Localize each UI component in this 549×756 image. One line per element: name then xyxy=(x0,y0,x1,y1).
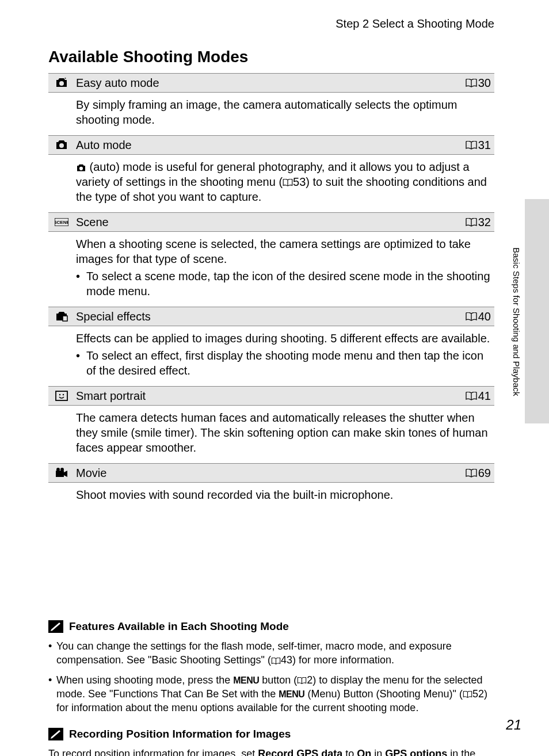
pencil-note-icon xyxy=(48,620,66,633)
content-area: Step 2 Select a Shooting Mode Available … xyxy=(0,0,549,756)
text-frag: ) for more information. xyxy=(292,654,394,666)
page-ref: 40 xyxy=(466,310,494,323)
mode-row-easy-auto: Easy auto mode 30 xyxy=(48,73,494,93)
mode-row-movie: Movie 69 xyxy=(48,463,494,483)
page-title: Available Shooting Modes xyxy=(48,48,494,66)
menu-glyph: MENU xyxy=(279,689,304,699)
page-ref-number: 30 xyxy=(478,77,491,90)
note-head-gps: Recording Position Information for Image… xyxy=(48,727,494,741)
note-body-gps: To record position information for image… xyxy=(48,747,494,756)
movie-icon xyxy=(48,468,75,478)
desc-bullet: • To select an effect, first display the… xyxy=(76,348,491,378)
side-section-label: Basic Steps for Shooting and Playback xyxy=(512,247,521,396)
desc-ref: 53 xyxy=(293,175,306,188)
text-frag: in xyxy=(371,748,385,756)
desc-text: When a shooting scene is selected, the c… xyxy=(76,238,471,265)
book-icon xyxy=(466,218,477,227)
mode-desc-special-effects: Effects can be applied to images during … xyxy=(48,326,494,386)
text-frag: 2 xyxy=(307,674,312,686)
notes-section: Features Available in Each Shooting Mode… xyxy=(48,620,494,756)
easy-auto-icon xyxy=(48,78,75,88)
mode-row-special-effects: Special effects 40 xyxy=(48,307,494,326)
svg-text:SCENE: SCENE xyxy=(55,220,68,225)
camera-inline-icon xyxy=(76,164,86,172)
book-icon xyxy=(466,141,477,150)
svg-rect-9 xyxy=(56,471,64,477)
book-icon xyxy=(466,312,477,321)
desc-text: Effects can be applied to images during … xyxy=(76,332,490,345)
special-effects-icon xyxy=(48,311,75,322)
note-head-features: Features Available in Each Shooting Mode xyxy=(48,620,494,633)
note-bullet-item: • You can change the settings for the fl… xyxy=(48,639,494,667)
book-icon xyxy=(466,469,477,478)
bullet-dot: • xyxy=(48,639,56,667)
bullet-text: When using shooting mode, press the MENU… xyxy=(56,673,494,715)
page-ref-number: 41 xyxy=(478,390,491,403)
book-icon xyxy=(466,79,477,87)
mode-desc-movie: Shoot movies with sound recorded via the… xyxy=(48,483,494,510)
bullet-dot: • xyxy=(76,269,86,299)
text-frag: 52 xyxy=(472,688,484,700)
text-frag: to xyxy=(342,748,357,756)
book-inline-icon xyxy=(297,677,307,684)
smart-portrait-icon xyxy=(48,391,75,401)
mode-label: Scene xyxy=(75,216,466,229)
mode-row-scene: SCENE Scene 32 xyxy=(48,212,494,232)
book-inline-icon xyxy=(463,691,472,698)
side-tab xyxy=(525,199,549,423)
breadcrumb: Step 2 Select a Shooting Mode xyxy=(48,17,494,30)
text-frag-bold: On xyxy=(357,748,371,756)
page-ref-number: 69 xyxy=(478,467,491,480)
mode-label: Smart portrait xyxy=(75,390,466,403)
mode-row-auto: Auto mode 31 xyxy=(48,135,494,155)
page-ref-number: 32 xyxy=(478,216,491,229)
text-frag: 43 xyxy=(281,654,292,666)
svg-point-7 xyxy=(59,394,60,395)
svg-rect-6 xyxy=(56,391,67,400)
text-frag-bold: GPS options xyxy=(385,748,447,756)
text-frag: button ( xyxy=(259,674,297,686)
mode-label: Auto mode xyxy=(75,139,466,152)
mode-desc-easy-auto: By simply framing an image, the camera a… xyxy=(48,93,494,135)
note-bullets: • You can change the settings for the fl… xyxy=(48,639,494,715)
page-ref-number: 40 xyxy=(478,310,491,323)
page-ref: 69 xyxy=(466,467,494,480)
svg-point-11 xyxy=(60,468,64,471)
note-bullet-item: • When using shooting mode, press the ME… xyxy=(48,673,494,715)
mode-label: Special effects xyxy=(75,310,466,323)
bullet-text: To select an effect, first display the s… xyxy=(86,348,491,378)
bullet-dot: • xyxy=(48,673,56,715)
book-inline-icon xyxy=(283,179,293,186)
svg-rect-5 xyxy=(63,316,67,321)
scene-icon: SCENE xyxy=(48,218,75,226)
svg-point-8 xyxy=(63,394,64,395)
svg-point-10 xyxy=(56,468,60,471)
mode-label: Movie xyxy=(75,467,466,480)
page: Basic Steps for Shooting and Playback 21… xyxy=(0,0,549,756)
text-frag: When using shooting mode, press the xyxy=(56,674,233,686)
svg-point-1 xyxy=(59,143,64,148)
mode-desc-scene: When a shooting scene is selected, the c… xyxy=(48,232,494,307)
text-frag: To record position information for image… xyxy=(48,748,258,756)
bullet-dot: • xyxy=(76,348,86,378)
page-ref: 30 xyxy=(466,77,494,90)
bullet-text: You can change the settings for the flas… xyxy=(56,639,494,667)
page-ref: 31 xyxy=(466,139,494,152)
mode-row-smart-portrait: Smart portrait 41 xyxy=(48,386,494,406)
note-title: Features Available in Each Shooting Mode xyxy=(69,620,289,633)
menu-glyph: MENU xyxy=(233,675,259,685)
text-frag-bold: Record GPS data xyxy=(258,748,342,756)
svg-point-2 xyxy=(79,166,83,170)
mode-desc-auto: (auto) mode is useful for general photog… xyxy=(48,155,494,212)
page-ref-number: 31 xyxy=(478,139,491,152)
auto-icon xyxy=(48,140,75,150)
note-title: Recording Position Information for Image… xyxy=(69,728,291,740)
page-ref: 32 xyxy=(466,216,494,229)
page-ref: 41 xyxy=(466,390,494,403)
bullet-text: To select a scene mode, tap the icon of … xyxy=(86,269,491,299)
mode-desc-smart-portrait: The camera detects human faces and autom… xyxy=(48,406,494,463)
desc-bullet: • To select a scene mode, tap the icon o… xyxy=(76,269,491,299)
text-frag: (Menu) Button (Shooting Menu)" ( xyxy=(304,688,463,700)
book-inline-icon xyxy=(271,658,281,665)
book-icon xyxy=(466,392,477,400)
